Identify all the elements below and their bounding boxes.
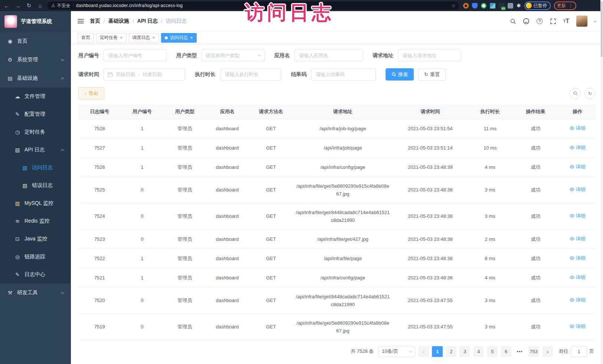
app-logo[interactable]: 芋道管理系统 (0, 11, 71, 32)
eye-icon (570, 324, 574, 329)
browser-menu-icon[interactable]: ⋮ (568, 3, 573, 8)
next-page-button[interactable]: › (542, 346, 553, 357)
detail-link[interactable]: 详细 (570, 296, 586, 304)
sidebar-item-label: 配置管理 (24, 111, 64, 118)
sidebar-item-log-center[interactable]: ✎ 日志中心 (0, 266, 71, 283)
app-name-input[interactable] (294, 49, 363, 62)
browser-back-icon[interactable]: ← (3, 3, 10, 9)
extension-icon[interactable] (490, 3, 495, 9)
reset-button[interactable]: ↻ 重置 (418, 68, 446, 81)
sidebar-collapse-icon[interactable] (78, 19, 84, 23)
export-button[interactable]: ↓ 导出 (78, 87, 104, 99)
sidebar-item-scheduled-tasks[interactable]: ◷ 定时任务 (0, 123, 71, 141)
extension-icon[interactable] (481, 3, 486, 9)
sidebar-item-java-monitor[interactable]: ⊡ Java 监控 (0, 230, 71, 248)
sidebar-item-system-management[interactable]: ⚙ 系统管理 (0, 50, 71, 69)
cell-method: GET (249, 119, 294, 138)
bookmark-star-icon[interactable]: ☆ (451, 3, 456, 9)
user-type-select[interactable]: 请选择用户类型 (201, 49, 265, 62)
help-icon[interactable]: ? (536, 18, 543, 24)
refresh-table-button[interactable]: ↻ (584, 88, 596, 99)
eye-icon: ◎ (14, 254, 21, 260)
sidebar-item-label: MySQL 监控 (24, 200, 64, 207)
detail-link[interactable]: 详细 (570, 235, 586, 243)
browser-home-icon[interactable]: ⌂ (36, 3, 44, 9)
search-icon[interactable] (509, 18, 516, 24)
cell-request-url: /api/infra/job-log/page (294, 119, 392, 138)
sidebar-item-redis-monitor[interactable]: ≋ Redis 监控 (0, 212, 71, 230)
tab-schedule-log[interactable]: 调度日志 × (129, 33, 159, 43)
close-icon[interactable]: × (190, 35, 193, 40)
detail-link[interactable]: 详细 (570, 124, 586, 132)
extension-icon[interactable] (508, 3, 513, 9)
browser-reload-icon[interactable]: ↻ (25, 2, 33, 9)
close-icon[interactable]: × (153, 35, 155, 40)
chevron-up-icon (61, 77, 65, 81)
request-url-input[interactable] (398, 49, 461, 62)
translate-extension-icon[interactable] (499, 3, 504, 9)
sidebar-item-access-log[interactable]: ▧ 访问日志 (0, 159, 71, 177)
page-size-select[interactable]: 10条/页 (378, 346, 415, 357)
sidebar-item-infrastructure[interactable]: ▤ 基础设施 (0, 69, 71, 88)
page-button-6[interactable]: 6 (501, 346, 511, 357)
user-avatar[interactable] (576, 16, 587, 27)
close-icon[interactable]: × (120, 35, 123, 40)
start-date-placeholder: 开始日期 (116, 71, 135, 78)
tab-home[interactable]: 首页 (78, 33, 94, 43)
scrollbar[interactable] (600, 0, 603, 364)
breadcrumb-home[interactable]: 首页 (90, 18, 100, 24)
breadcrumb-api-log[interactable]: API 日志 (137, 18, 158, 24)
detail-link[interactable]: 详细 (570, 212, 586, 220)
sidebar-item-mysql-monitor[interactable]: ▥ MySQL 监控 (0, 194, 71, 212)
page-button-2[interactable]: 2 (446, 346, 456, 357)
detail-link[interactable]: 详细 (570, 254, 586, 262)
sidebar-item-dev-tools[interactable]: ⚒ 研发工具 (0, 283, 71, 302)
detail-link[interactable]: 详细 (570, 322, 586, 330)
result-code-input[interactable] (311, 68, 376, 81)
update-button[interactable]: 更新 ⋮ (554, 1, 576, 10)
sidebar-item-api-log[interactable]: ▨ API 日志 (0, 141, 71, 159)
page-button-1[interactable]: 1 (432, 346, 443, 357)
duration-input[interactable] (220, 68, 281, 81)
cell-user-id: 0 (121, 177, 164, 203)
page-button-5[interactable]: 5 (487, 346, 498, 357)
search-button[interactable]: 搜索 (386, 68, 414, 81)
sidebar-item-home[interactable]: ◉ 首页 (0, 32, 71, 50)
date-range-picker[interactable]: 开始日期 - 结束日期 (104, 68, 185, 81)
detail-link[interactable]: 详细 (570, 163, 586, 171)
prev-page-button[interactable]: ‹ (418, 346, 429, 357)
more-pages-button[interactable]: ••• (514, 346, 525, 357)
detail-link[interactable]: 详细 (570, 273, 586, 281)
breadcrumb-infrastructure[interactable]: 基础设施 (108, 18, 129, 24)
goto-page-input[interactable] (571, 346, 587, 357)
extension-icon[interactable] (472, 3, 478, 9)
tab-access-log[interactable]: 访问日志 × (161, 33, 197, 43)
browser-forward-icon[interactable]: → (14, 3, 22, 9)
detail-link[interactable]: 详细 (570, 186, 586, 193)
extension-icon[interactable] (463, 3, 469, 9)
github-icon[interactable] (523, 18, 530, 24)
cell-request-time: 2021-05-03 23:48:38 (392, 249, 468, 268)
user-id-input[interactable] (104, 49, 167, 62)
sidebar-item-file-management[interactable]: ☁ 文件管理 (0, 88, 71, 105)
detail-link-label: 详细 (576, 212, 586, 220)
toggle-search-button[interactable] (570, 88, 581, 99)
fullscreen-icon[interactable] (550, 18, 556, 24)
scrollbar-thumb[interactable] (601, 1, 603, 57)
font-size-icon[interactable]: TT (563, 18, 570, 24)
tab-scheduled-tasks[interactable]: 定时任务 × (96, 33, 127, 43)
extension-icon[interactable]: ✱ (517, 3, 521, 9)
page-button-last[interactable]: 753 (528, 346, 539, 357)
access-log-table: 日志编号 用户编号 用户类型 应用名 请求方法名 请求地址 请求时间 执行时长 … (78, 105, 596, 340)
sidebar-item-config-management[interactable]: ✎ 配置管理 (0, 105, 71, 123)
user-menu-caret-icon[interactable] (594, 19, 597, 22)
detail-link[interactable]: 详细 (570, 144, 586, 151)
page-button-4[interactable]: 4 (473, 346, 484, 357)
cell-user-id: 1 (121, 249, 164, 268)
security-warning[interactable]: ⚠ 不安全 (51, 3, 71, 9)
page-button-3[interactable]: 3 (459, 346, 470, 357)
sidebar-item-trace[interactable]: ◎ 链路追踪 (0, 248, 71, 266)
sidebar-item-error-log[interactable]: ▨ 错误日志 (0, 177, 71, 194)
cell-log-id: 7521 (78, 268, 121, 287)
profile-badge[interactable]: 已暂停 (524, 1, 551, 10)
